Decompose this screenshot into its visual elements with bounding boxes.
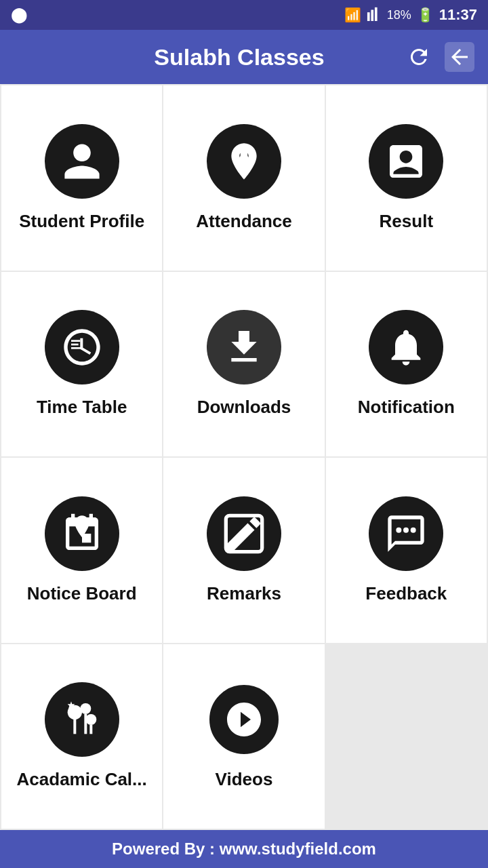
academic-cal-icon xyxy=(45,682,119,757)
notice-board-label: Notice Board xyxy=(27,583,137,604)
attendance-icon xyxy=(207,124,281,199)
status-right: 📶 18% 🔋 11:37 xyxy=(344,6,477,24)
app-title: Sulabh Classes xyxy=(75,44,404,71)
footer: Powered By : www.studyfield.com xyxy=(0,830,488,868)
svg-rect-0 xyxy=(367,12,370,21)
svg-point-8 xyxy=(403,527,409,532)
attendance-item[interactable]: Attendance xyxy=(163,85,324,271)
remarks-icon xyxy=(207,496,281,571)
svg-point-7 xyxy=(396,527,402,532)
videos-icon xyxy=(207,682,281,757)
time-table-item[interactable]: Time Table xyxy=(1,272,162,457)
svg-rect-2 xyxy=(375,7,378,20)
feedback-item[interactable]: Feedback xyxy=(326,458,487,643)
student-profile-item[interactable]: Student Profile xyxy=(1,85,162,271)
result-label: Result xyxy=(380,211,433,232)
svg-rect-4 xyxy=(71,344,79,346)
feedback-label: Feedback xyxy=(365,583,447,604)
academic-cal-label: Acadamic Cal... xyxy=(17,769,147,790)
battery-icon: 🔋 xyxy=(417,7,434,23)
status-time: 11:37 xyxy=(439,6,477,24)
notice-board-icon xyxy=(45,496,119,571)
notification-item[interactable]: Notification xyxy=(326,272,487,457)
svg-point-11 xyxy=(80,703,91,714)
result-item[interactable]: Result xyxy=(326,85,487,271)
notification-label: Notification xyxy=(358,397,455,418)
notification-icon xyxy=(369,310,443,384)
remarks-label: Remarks xyxy=(207,583,281,604)
videos-item[interactable]: Videos xyxy=(163,644,324,829)
wifi-icon: 📶 xyxy=(344,7,361,23)
academic-cal-item[interactable]: Acadamic Cal... xyxy=(1,644,162,829)
student-profile-label: Student Profile xyxy=(19,211,144,232)
empty-cell xyxy=(326,644,487,829)
main-grid: Student Profile Attendance Result xyxy=(0,84,488,830)
time-table-icon xyxy=(45,310,119,384)
status-left: ⬤ xyxy=(11,6,28,24)
svg-point-12 xyxy=(85,714,96,725)
header: Sulabh Classes xyxy=(0,30,488,84)
notice-board-item[interactable]: Notice Board xyxy=(1,458,162,643)
status-bar: ⬤ 📶 18% 🔋 11:37 xyxy=(0,0,488,30)
downloads-item[interactable]: Downloads xyxy=(163,272,324,457)
refresh-button[interactable] xyxy=(404,42,434,72)
battery-text: 18% xyxy=(387,8,411,22)
svg-point-9 xyxy=(411,527,416,532)
svg-rect-1 xyxy=(371,9,373,21)
feedback-icon xyxy=(369,496,443,571)
svg-rect-5 xyxy=(71,347,82,349)
attendance-label: Attendance xyxy=(196,211,292,232)
result-icon xyxy=(369,124,443,199)
header-icons xyxy=(404,42,474,72)
footer-text: Powered By : www.studyfield.com xyxy=(112,840,376,859)
videos-label: Videos xyxy=(216,769,273,790)
student-profile-icon xyxy=(45,124,119,199)
svg-rect-3 xyxy=(71,340,80,342)
time-table-label: Time Table xyxy=(37,397,127,418)
remarks-item[interactable]: Remarks xyxy=(163,458,324,643)
downloads-label: Downloads xyxy=(197,397,291,418)
downloads-icon xyxy=(207,310,281,384)
back-button[interactable] xyxy=(445,42,474,72)
signal-icon xyxy=(367,6,382,24)
circle-indicator: ⬤ xyxy=(11,6,28,24)
